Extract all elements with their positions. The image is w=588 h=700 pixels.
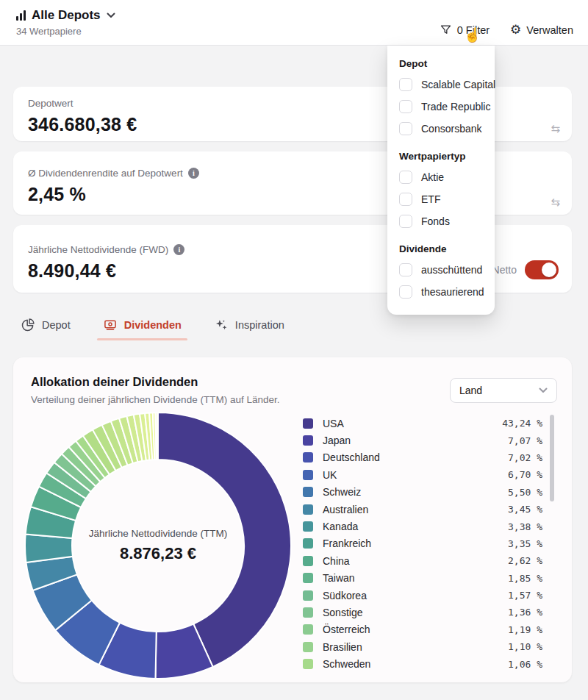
filter-option[interactable]: Aktie (399, 166, 483, 188)
swap-arrows-icon[interactable] (551, 196, 560, 209)
legend-percentage: 43,24 % (502, 418, 542, 429)
filter-checkbox[interactable] (399, 285, 412, 299)
legend-swatch (303, 435, 313, 446)
filter-option-label: Fonds (421, 215, 450, 227)
legend-label: Südkorea (323, 590, 367, 601)
legend-item[interactable]: Australien3,45 % (303, 501, 542, 518)
filter-checkbox[interactable] (399, 215, 412, 228)
legend-item[interactable]: Schweiz5,50 % (303, 484, 542, 501)
swap-arrows-icon[interactable] (551, 122, 560, 135)
filter-checkbox[interactable] (399, 100, 412, 113)
legend-item[interactable]: Schweden1,06 % (303, 655, 542, 672)
legend-swatch (303, 487, 313, 497)
filter-option[interactable]: Trade Republic (399, 96, 483, 118)
legend-swatch (303, 659, 313, 669)
filter-checkbox[interactable] (399, 78, 412, 91)
legend-swatch (303, 642, 313, 652)
legend-label: Schweden (323, 658, 370, 670)
legend-item[interactable]: Deutschland7,02 % (303, 449, 542, 466)
legend-percentage: 3,38 % (508, 521, 542, 532)
top-bar: Alle Depots 34 Wertpapiere 0 Filter Verw… (0, 0, 588, 46)
manage-button[interactable]: Verwalten (510, 22, 573, 38)
filter-option[interactable]: Consorsbank (399, 118, 483, 140)
chevron-down-icon (107, 12, 115, 18)
tab-dividenden[interactable]: Dividenden (103, 318, 182, 340)
filter-option[interactable]: Scalable Capital (399, 74, 483, 96)
card-label: Ø Dividendenrendite auf Depotwert (28, 168, 183, 179)
filter-option[interactable]: thesaurierend (399, 281, 483, 303)
filter-section-heading: Wertpapiertyp (399, 150, 483, 163)
donut-chart[interactable]: Jährliche Nettodividende (TTM) 8.876,23 … (22, 410, 294, 682)
chevron-down-icon (539, 388, 548, 393)
info-icon[interactable] (188, 168, 199, 179)
legend-label: Frankreich (323, 538, 371, 549)
filter-section: Dividendeausschüttendthesaurierend (399, 243, 483, 303)
legend-swatch (303, 590, 313, 601)
legend-item[interactable]: Kanada3,38 % (303, 518, 542, 535)
legend-scrollbar-thumb[interactable] (550, 415, 554, 501)
legend-item[interactable]: Sonstige1,36 % (303, 604, 542, 621)
legend-percentage: 1,36 % (508, 607, 542, 618)
legend-percentage: 1,10 % (508, 641, 542, 652)
legend-item[interactable]: Frankreich3,35 % (303, 535, 542, 552)
legend-percentage: 7,02 % (508, 452, 542, 463)
filter-section: DepotScalable CapitalTrade RepublicConso… (399, 57, 483, 140)
tab-depot[interactable]: Depot (21, 318, 71, 340)
legend-percentage: 2,62 % (508, 555, 542, 566)
legend-label: Kanada (323, 521, 358, 532)
legend-item[interactable]: USA43,24 % (303, 415, 542, 432)
legend-swatch (303, 452, 313, 463)
filter-option-label: Scalable Capital (421, 79, 495, 90)
filter-checkbox[interactable] (399, 171, 412, 184)
dividends-icon (103, 318, 118, 332)
tab-inspiration[interactable]: Inspiration (214, 318, 284, 340)
funnel-icon (440, 24, 452, 36)
filter-option[interactable]: Fonds (399, 210, 483, 232)
card-label: Jährliche Nettodividende (FWD) (28, 244, 168, 255)
filter-checkbox[interactable] (399, 263, 412, 276)
filter-option[interactable]: ausschüttend (399, 259, 483, 281)
netto-toggle[interactable] (525, 260, 559, 279)
filter-checkbox[interactable] (399, 193, 412, 206)
filter-section-heading: Depot (399, 57, 483, 71)
gear-icon (510, 22, 521, 38)
legend-item[interactable]: China2,62 % (303, 552, 542, 569)
legend-label: USA (323, 418, 344, 429)
legend-swatch (303, 607, 313, 618)
filter-option-label: Trade Republic (421, 101, 490, 113)
legend-item[interactable]: Taiwan1,85 % (303, 570, 542, 587)
legend-percentage: 1,85 % (508, 573, 542, 584)
grouping-select-value: Land (459, 385, 482, 396)
donut-segment-other[interactable] (157, 413, 158, 460)
legend-swatch (303, 504, 313, 515)
legend-item[interactable]: Österreich1,19 % (303, 621, 542, 638)
legend-item[interactable]: Japan7,07 % (303, 432, 542, 449)
legend-percentage: 6,70 % (508, 469, 542, 480)
filter-section: WertpapiertypAktieETFFonds (399, 150, 483, 232)
legend-item[interactable]: UK6,70 % (303, 466, 542, 483)
legend-swatch (303, 521, 313, 532)
filter-option[interactable]: ETF (399, 188, 483, 210)
legend-percentage: 5,50 % (508, 487, 542, 498)
legend-label: Deutschland (323, 451, 380, 463)
legend-percentage: 1,57 % (508, 590, 542, 601)
grouping-select[interactable]: Land (450, 378, 557, 403)
info-icon[interactable] (173, 244, 184, 255)
portfolio-switcher[interactable]: Alle Depots 34 Wertpapiere (16, 8, 115, 37)
card-label: Depotwert (28, 98, 74, 109)
filter-option-label: Aktie (421, 171, 444, 183)
legend-percentage: 3,35 % (508, 538, 542, 549)
legend-swatch (303, 538, 313, 549)
filter-dropdown-panel: DepotScalable CapitalTrade RepublicConso… (387, 46, 495, 315)
legend-percentage: 3,45 % (508, 504, 542, 515)
chart-legend: USA43,24 %Japan7,07 %Deutschland7,02 %UK… (303, 415, 542, 673)
legend-percentage: 1,19 % (508, 624, 542, 635)
filter-checkbox[interactable] (399, 122, 412, 135)
legend-label: China (323, 555, 350, 567)
cursor-pointer-icon (464, 26, 481, 43)
legend-item[interactable]: Südkorea1,57 % (303, 587, 542, 604)
legend-item[interactable]: Brasilien1,10 % (303, 638, 542, 655)
legend-swatch (303, 556, 313, 566)
legend-swatch (303, 573, 313, 583)
bar-chart-icon (16, 10, 26, 21)
